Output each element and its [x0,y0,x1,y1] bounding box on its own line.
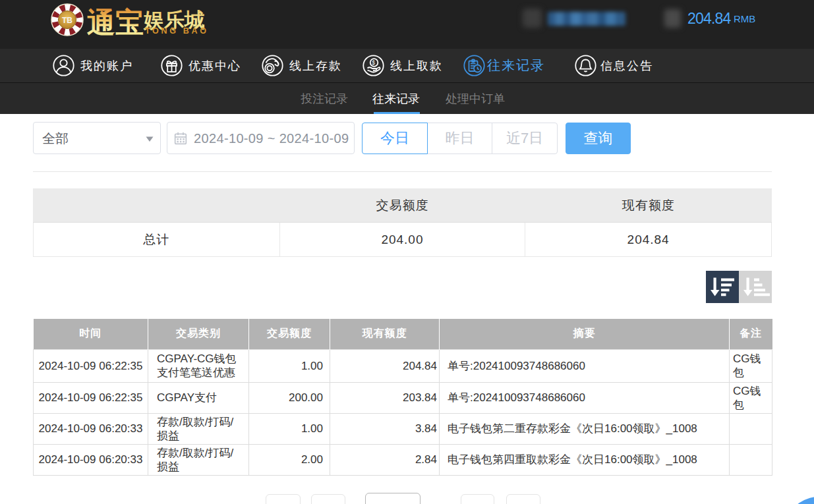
svg-text:通宝: 通宝 [86,7,144,38]
svg-text:$: $ [372,59,376,66]
svg-text:TB: TB [62,16,73,25]
svg-text:TONG BAO: TONG BAO [145,26,209,36]
